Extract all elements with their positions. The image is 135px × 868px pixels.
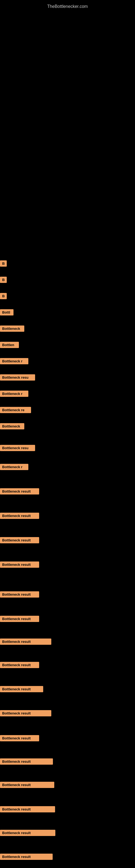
bottleneck-result-label: Bottleneck result (0, 513, 39, 519)
bottleneck-result-label: Bottleneck result (0, 782, 54, 788)
bottleneck-result-label: Bottleneck result (0, 662, 39, 668)
bottleneck-result-label: Bottleneck result (0, 735, 39, 741)
bottleneck-result-label: Bottl (0, 309, 13, 315)
bottleneck-result-label: Bottleneck result (0, 561, 39, 568)
bottleneck-result-label: Bottlen (0, 342, 19, 348)
bottleneck-result-label: Bottleneck re (0, 407, 31, 413)
bottleneck-result-label: B (0, 277, 7, 283)
bottleneck-result-label: B (0, 293, 7, 299)
bottleneck-result-label: Bottleneck resu (0, 374, 35, 380)
bottleneck-result-label: Bottleneck (0, 423, 24, 429)
bottleneck-result-label: Bottleneck result (0, 830, 55, 836)
bottleneck-result-label: Bottleneck result (0, 806, 55, 812)
bottleneck-result-label: B (0, 260, 7, 267)
bottleneck-result-label: Bottleneck resu (0, 445, 35, 451)
bottleneck-result-label: Bottleneck result (0, 639, 51, 645)
bottleneck-result-label: Bottleneck result (0, 854, 53, 860)
bottleneck-result-label: Bottleneck result (0, 488, 39, 495)
bottleneck-result-label: Bottleneck result (0, 710, 51, 716)
bottleneck-result-label: Bottleneck result (0, 686, 43, 692)
bottleneck-result-label: Bottleneck result (0, 758, 53, 765)
bottleneck-result-label: Bottleneck result (0, 616, 39, 622)
bottleneck-result-label: Bottleneck result (0, 591, 39, 597)
bottleneck-result-label: Bottleneck r (0, 391, 28, 397)
bottleneck-result-label: Bottleneck r (0, 464, 28, 470)
bottleneck-result-label: Bottleneck (0, 326, 24, 332)
bottleneck-result-label: Bottleneck result (0, 537, 39, 543)
site-title: TheBottlenecker.com (0, 1, 135, 12)
bottleneck-result-label: Bottleneck r (0, 358, 28, 364)
